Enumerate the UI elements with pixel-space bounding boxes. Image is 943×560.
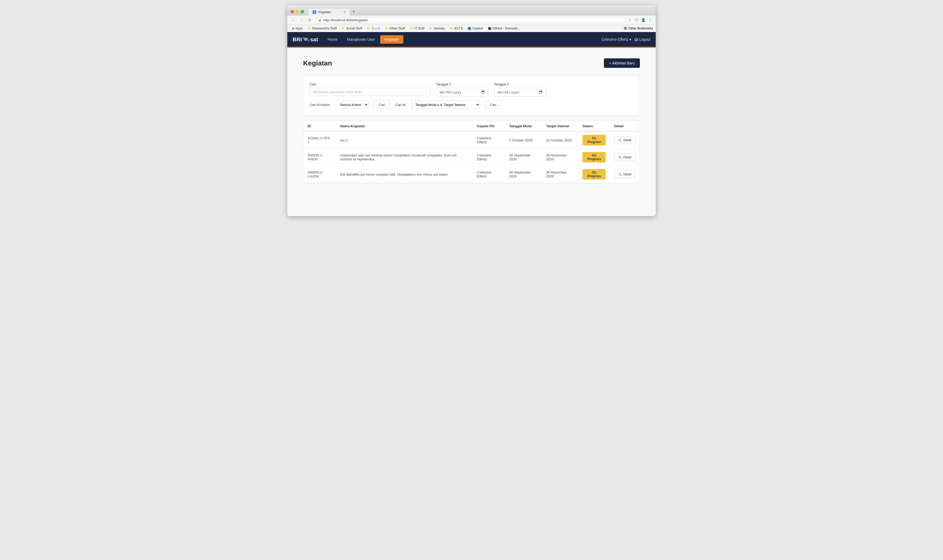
brand-text-bri: BRI: [293, 37, 302, 43]
detail-button[interactable]: 🔍 Detail: [614, 154, 636, 161]
bookmark-it-stuff-label: IT Stuff: [414, 26, 424, 30]
emoji-bookmark-icon: 📁: [367, 27, 370, 30]
refresh-button[interactable]: ↻: [307, 17, 313, 23]
search-button-1[interactable]: Cari: [373, 101, 390, 109]
search-button-2[interactable]: Cari: [485, 101, 502, 109]
add-activity-button[interactable]: + Aktivitas Baru: [604, 58, 640, 68]
page-title: Kegiatan: [303, 59, 332, 67]
other-bookmarks[interactable]: 📚 Other Bookmarks: [624, 26, 653, 30]
new-tab-button[interactable]: +: [350, 8, 357, 15]
col-header-kepala-pic: Kepala PIC: [473, 121, 505, 131]
apps-bookmark-icon: ⊞: [292, 27, 295, 30]
cell-kepala-pic: Celestine Effertz: [473, 149, 505, 166]
cari-label: Cari: [310, 82, 431, 86]
bookmark-newsworthy[interactable]: 📁 Newsworthy Stuff: [305, 26, 339, 31]
it-stuff-bookmark-icon: 📁: [410, 27, 414, 30]
cell-kepala-pic: Celestine Effertz: [473, 166, 505, 183]
data-table-container: ID Nama Kegiatan Kepala PIC Tanggal Mula…: [303, 121, 640, 183]
browser-tab-kegiatan[interactable]: K Kegiatan ✕: [308, 8, 350, 15]
kegiatan-table: ID Nama Kegiatan Kepala PIC Tanggal Mula…: [303, 121, 640, 183]
tab-close-button[interactable]: ✕: [343, 11, 346, 14]
maximize-window-button[interactable]: [301, 10, 304, 14]
browser-toolbar: ← → ↻ 🔒 http://localhost:8000/kegiatan ☆…: [287, 15, 656, 25]
bookmark-captive[interactable]: 🔵 Captive: [465, 26, 485, 31]
tanggal1-input[interactable]: [436, 88, 489, 97]
nav-user-name[interactable]: Celestine Effertz ▾: [602, 37, 631, 42]
detail-button[interactable]: 🔍 Detail: [614, 137, 636, 144]
profile-button[interactable]: 👤: [640, 17, 647, 23]
cell-target-selesai: 30 November 2020: [542, 149, 578, 166]
bookmark-islandia[interactable]: 📁 Islandia: [427, 26, 447, 31]
bookmark-social[interactable]: 📁 Social Stuff: [340, 26, 364, 31]
bookmark-newsworthy-label: Newsworthy Stuff: [312, 26, 336, 30]
tanggal1-label: Tanggal 1: [436, 82, 489, 86]
bookmark-other-stuff[interactable]: 📁 Other Stuff: [383, 26, 407, 31]
close-window-button[interactable]: [290, 10, 294, 14]
detail-button[interactable]: 🔍 Detail: [614, 171, 636, 178]
islandia-bookmark-icon: 📁: [429, 27, 433, 30]
extensions-button[interactable]: 🛡: [634, 17, 639, 23]
nav-home[interactable]: Home: [323, 35, 341, 44]
table-body: 201001-1-TES 1 tes 1 Celestine Effertz 1…: [303, 131, 640, 183]
captive-bookmark-icon: 🔵: [468, 27, 471, 30]
browser-window: K Kegiatan ✕ + ← → ↻ 🔒 http://localhost:…: [287, 5, 656, 216]
cari-di-label: Cari di:: [395, 103, 406, 107]
kolom-select[interactable]: Semua Kolom: [336, 101, 368, 109]
cell-detail: 🔍 Detail: [610, 149, 640, 166]
bookmark-it-stuff[interactable]: 📁 IT Stuff: [407, 26, 426, 31]
bookmark-emoji[interactable]: 📁 ᵌ(ᵕᴗᵕ)ᵌ: [365, 26, 382, 31]
bookmark-ielts-label: IELTS: [454, 26, 463, 30]
menu-button[interactable]: ⋮: [648, 17, 653, 23]
toolbar-icons: ☆ 🛡 👤 ⋮: [627, 17, 653, 23]
back-button[interactable]: ←: [290, 17, 296, 23]
status-badge: On Progress: [583, 169, 606, 180]
cell-id: 200930-1-APERI: [303, 149, 336, 166]
nav-logout-button[interactable]: ⏻ Logout: [634, 37, 650, 42]
bookmarks-bar: ⊞ Apps 📁 Newsworthy Stuff 📁 Social Stuff…: [287, 25, 656, 32]
col-header-status: Status: [578, 121, 610, 131]
cell-target-selesai: 30 November 2020: [542, 166, 578, 183]
cell-nama: Est blanditiis qui rerum voluptas sed. V…: [336, 166, 473, 183]
page-content: BRI 🛰️ sat Home Manajemen User Kegiatan …: [287, 32, 656, 216]
minimize-window-button[interactable]: [295, 10, 299, 14]
cell-tanggal-mulai: 30 September 2020: [505, 149, 542, 166]
cell-target-selesai: 31 October 2020: [542, 131, 578, 149]
tanggal2-input[interactable]: [494, 88, 546, 97]
address-text: http://localhost:8000/kegiatan: [323, 18, 368, 22]
cell-tanggal-mulai: 1 October 2020: [505, 131, 542, 149]
col-header-id: ID: [303, 121, 336, 131]
col-header-nama: Nama Kegiatan: [336, 121, 473, 131]
cell-nama: tes 1: [336, 131, 473, 149]
search-row-1: Cari Tanggal 1 Tanggal 2: [310, 82, 633, 97]
cell-id: 201001-1-TES 1: [303, 131, 336, 149]
bookmark-apps[interactable]: ⊞ Apps: [290, 26, 305, 31]
browser-titlebar: K Kegiatan ✕ +: [287, 5, 656, 15]
search-input[interactable]: [310, 88, 431, 96]
other-bookmarks-label: 📚 Other Bookmarks: [624, 26, 653, 30]
bookmark-ielts[interactable]: 📁 IELTS: [447, 26, 465, 31]
search-icon: 🔍: [618, 155, 622, 159]
bookmark-apps-label: Apps: [295, 26, 303, 30]
newsworthy-bookmark-icon: 📁: [307, 27, 311, 30]
nav-kegiatan[interactable]: Kegiatan: [380, 35, 403, 44]
bookmark-star-button[interactable]: ☆: [627, 17, 633, 23]
lock-icon: 🔒: [318, 18, 322, 22]
other-stuff-bookmark-icon: 📁: [385, 27, 389, 30]
bookmark-social-label: Social Stuff: [346, 26, 362, 30]
address-bar[interactable]: 🔒 http://localhost:8000/kegiatan: [315, 17, 625, 23]
status-badge: On Progress: [583, 152, 606, 163]
logout-label: Logout: [639, 37, 650, 42]
search-cari-group: Cari: [310, 82, 431, 97]
cell-id: 200930-2-LAUDA: [303, 166, 336, 183]
nav-links: Home Manajemen User Kegiatan: [323, 35, 403, 44]
bookmark-github-label: GitHub - themadd...: [492, 26, 520, 30]
bookmark-captive-label: Captive: [472, 26, 483, 30]
app-navbar: BRI 🛰️ sat Home Manajemen User Kegiatan …: [287, 32, 656, 47]
traffic-lights: [290, 10, 304, 14]
tanggal-range-select[interactable]: Tanggal Mulai s.d. Target Selesai: [412, 101, 480, 109]
bookmark-other-stuff-label: Other Stuff: [390, 26, 405, 30]
bookmark-github[interactable]: ⚫ GitHub - themadd...: [486, 26, 522, 31]
col-header-detail: Detail: [610, 121, 640, 131]
forward-button[interactable]: →: [298, 17, 305, 23]
nav-manajemen-user[interactable]: Manajemen User: [343, 35, 380, 44]
